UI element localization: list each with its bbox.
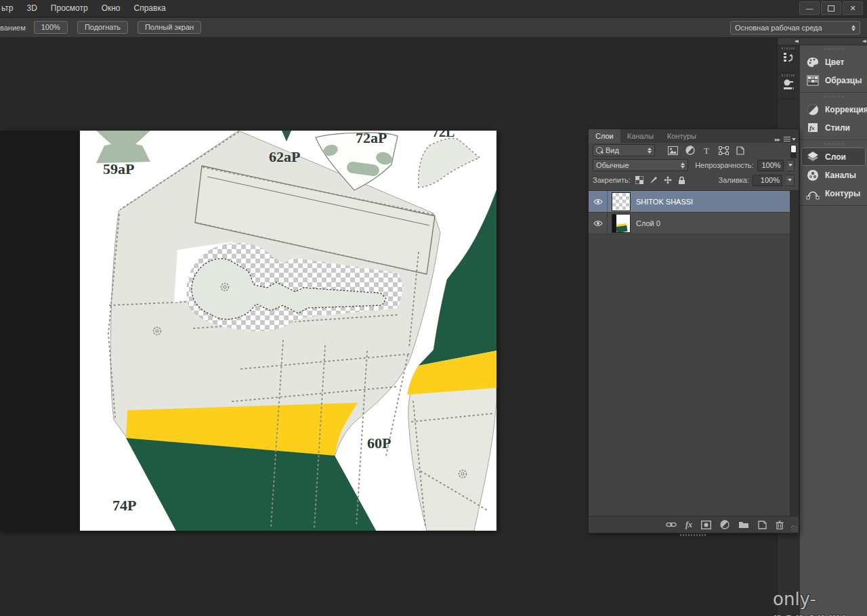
lock-label: Закрепить:: [593, 176, 631, 184]
paths-icon: [806, 187, 820, 200]
menu-help[interactable]: Справка: [127, 0, 173, 17]
menu-window[interactable]: Окно: [95, 0, 127, 17]
filter-toggle-thumb: [791, 146, 796, 152]
fill-input[interactable]: 100%: [753, 175, 782, 186]
layer-name[interactable]: SHITOK SHASSI: [636, 198, 693, 206]
grip-dots: [824, 95, 844, 97]
blend-mode-select[interactable]: Обычные: [593, 159, 688, 171]
filter-smart-object-icon[interactable]: [736, 146, 744, 155]
dock-item-label: Слои: [825, 152, 846, 162]
layers-panel-bottom-bar: fx: [589, 516, 799, 533]
dock-item-channels[interactable]: Каналы: [801, 166, 866, 184]
tab-paths[interactable]: Контуры: [660, 129, 703, 143]
visibility-toggle[interactable]: [589, 191, 608, 212]
label-72aP: 72aP: [356, 131, 387, 146]
layers-icon: [806, 150, 820, 164]
properties-panel-button[interactable]: [778, 72, 799, 100]
filter-toggle[interactable]: [790, 145, 797, 158]
options-bar: ванием 100% Подогнать Полный экран Основ…: [0, 18, 867, 38]
new-group-icon[interactable]: [738, 521, 749, 529]
svg-text:fx: fx: [809, 125, 815, 131]
restore-icon: [828, 5, 834, 12]
dock-item-adjustments[interactable]: Коррекция: [801, 100, 866, 118]
collapse-arrows-icon[interactable]: ◂◂: [862, 39, 865, 44]
opacity-input[interactable]: 100%: [757, 160, 784, 171]
filter-shape-icon[interactable]: [719, 146, 729, 155]
dock-group-adjust: Коррекция fx Стили: [800, 93, 867, 140]
layer-thumbnail-transparent[interactable]: [612, 192, 631, 211]
visibility-toggle[interactable]: [589, 213, 608, 234]
lock-pixels-brush-icon[interactable]: [650, 176, 658, 184]
styles-icon: fx: [806, 122, 820, 134]
papercraft-artwork: 59aP 62aP 72aP 72L 60P 74P: [80, 131, 496, 531]
lock-position-icon[interactable]: [664, 176, 672, 184]
add-mask-icon[interactable]: [701, 521, 711, 529]
dock-group-color: Цвет Образцы: [800, 45, 867, 93]
actual-pixels-button[interactable]: 100%: [34, 21, 68, 34]
link-layers-icon[interactable]: [666, 521, 677, 528]
dock-item-swatches[interactable]: Образцы: [801, 71, 866, 89]
workspace-selector[interactable]: Основная рабочая среда: [730, 21, 860, 35]
label-59aP: 59aP: [103, 160, 134, 177]
dock-item-styles[interactable]: fx Стили: [801, 118, 866, 137]
menu-3d[interactable]: 3D: [20, 0, 43, 17]
dock-item-label: Цвет: [825, 58, 844, 67]
label-62aP: 62aP: [269, 148, 300, 165]
panel-icon-dock: ◂◂ Цвет Образцы Корре: [799, 37, 867, 616]
fill-label: Заливка:: [719, 176, 749, 184]
grip-dots: [824, 143, 844, 145]
swatches-icon: [806, 75, 820, 86]
layer-row-layer0[interactable]: Слой 0: [589, 213, 790, 234]
layer-style-fx-icon[interactable]: fx: [685, 520, 692, 530]
new-adjustment-layer-icon[interactable]: [720, 520, 729, 529]
panel-resize-grip[interactable]: [791, 525, 798, 532]
bowtie-part: [96, 131, 150, 163]
filter-type-icon[interactable]: T: [702, 146, 711, 155]
label-60P: 60P: [367, 435, 391, 452]
tab-layers[interactable]: Слои: [589, 129, 620, 143]
lock-all-icon[interactable]: [678, 176, 685, 185]
panel-menu-icon[interactable]: [784, 137, 796, 142]
filter-pixel-layers-icon[interactable]: [668, 146, 678, 155]
filter-kind-select[interactable]: Вид: [593, 144, 655, 156]
dock-item-label: Каналы: [825, 171, 856, 180]
history-icon: [782, 51, 795, 64]
filter-adjustment-icon[interactable]: [685, 146, 695, 155]
collapse-arrows-icon[interactable]: ◂◂: [795, 39, 797, 44]
lock-transparency-icon[interactable]: [635, 176, 643, 184]
layer-thumbnail-image[interactable]: [612, 214, 631, 233]
fullscreen-button[interactable]: Полный экран: [138, 21, 201, 34]
dock-item-color[interactable]: Цвет: [801, 53, 866, 71]
filter-row: Вид T: [589, 143, 799, 158]
fit-screen-button[interactable]: Подогнать: [77, 21, 128, 34]
layer-row-shitok-shassi[interactable]: SHITOK SHASSI: [589, 191, 790, 213]
watermark: only-paper.ru: [773, 589, 867, 616]
panel-drag-grip[interactable]: [680, 534, 707, 536]
dock-item-paths[interactable]: Контуры: [801, 184, 866, 202]
collapse-panel-icon[interactable]: ▸▸: [775, 136, 780, 143]
layer-list-scrollbar[interactable]: [790, 190, 799, 516]
minimize-button[interactable]: —: [799, 1, 820, 15]
fill-dropdown-arrow[interactable]: [786, 175, 795, 186]
eye-icon: [593, 198, 603, 205]
filter-kind-value: Вид: [606, 146, 619, 154]
menu-view[interactable]: Просмотр: [44, 0, 95, 17]
layers-panel-tabs: Слои Каналы Контуры ▸▸: [589, 129, 799, 143]
dock-item-label: Стили: [825, 123, 850, 133]
history-panel-button[interactable]: [778, 45, 799, 72]
document-canvas[interactable]: 59aP 62aP 72aP 72L 60P 74P: [80, 131, 496, 531]
layer-name[interactable]: Слой 0: [636, 219, 660, 227]
zoom-drag-label-fragment: ванием: [0, 24, 26, 32]
new-layer-icon[interactable]: [758, 521, 767, 529]
dock-item-label: Коррекция: [825, 105, 867, 114]
delete-layer-icon[interactable]: [776, 521, 784, 529]
restore-button[interactable]: [821, 1, 841, 15]
dock-item-layers[interactable]: Слои: [801, 148, 866, 166]
tab-channels[interactable]: Каналы: [620, 129, 660, 143]
menu-filter-cut[interactable]: ьтр: [0, 0, 20, 17]
menu-bar: ьтр 3D Просмотр Окно Справка — ✕: [0, 0, 867, 18]
close-button[interactable]: ✕: [843, 1, 863, 15]
dock-group-layers: Слои Каналы Контуры: [800, 140, 867, 206]
green-wedge: [282, 131, 291, 141]
opacity-dropdown-arrow[interactable]: [787, 160, 795, 171]
